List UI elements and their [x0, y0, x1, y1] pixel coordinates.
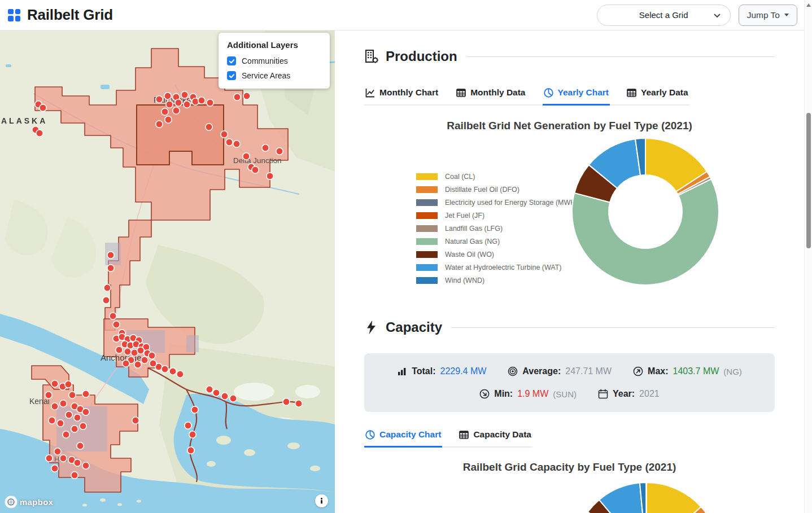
- community-dot[interactable]: [230, 395, 237, 402]
- community-dot[interactable]: [123, 360, 129, 367]
- community-dot[interactable]: [156, 121, 163, 128]
- community-dot[interactable]: [103, 297, 110, 304]
- community-dot[interactable]: [169, 368, 176, 375]
- community-dot[interactable]: [185, 422, 191, 429]
- community-dot[interactable]: [113, 321, 120, 328]
- community-dot[interactable]: [221, 131, 228, 138]
- community-dot[interactable]: [150, 360, 156, 367]
- legend-item-NG[interactable]: Natural Gas (NG): [416, 235, 575, 248]
- tab-monthly-data[interactable]: Monthly Data: [455, 85, 526, 106]
- community-dot[interactable]: [110, 313, 116, 319]
- community-dot[interactable]: [137, 347, 144, 354]
- community-dot[interactable]: [206, 124, 212, 130]
- community-dot[interactable]: [65, 381, 72, 388]
- community-dot[interactable]: [46, 455, 53, 462]
- tab-yearly-chart[interactable]: Yearly Chart: [543, 85, 610, 106]
- community-dot[interactable]: [252, 166, 259, 173]
- community-dot[interactable]: [243, 153, 250, 160]
- community-dot[interactable]: [234, 94, 241, 100]
- community-dot[interactable]: [40, 104, 46, 111]
- mapbox-attribution[interactable]: mapbox: [5, 496, 53, 508]
- community-dot[interactable]: [71, 472, 78, 479]
- checkbox-checked-icon[interactable]: [227, 56, 236, 65]
- community-dot[interactable]: [164, 93, 171, 99]
- community-dot[interactable]: [107, 265, 114, 271]
- community-dot[interactable]: [82, 409, 89, 415]
- community-dot[interactable]: [187, 447, 194, 454]
- community-dot[interactable]: [226, 139, 233, 146]
- community-dot[interactable]: [82, 391, 89, 397]
- community-dot[interactable]: [165, 116, 172, 123]
- legend-item-WAT[interactable]: Water at Hydroelectric Turbine (WAT): [416, 261, 575, 274]
- layer-toggle-communities[interactable]: Communities: [227, 56, 321, 65]
- community-dot[interactable]: [189, 431, 196, 438]
- legend-item-WO[interactable]: Waste Oil (WO): [416, 248, 575, 261]
- community-dot[interactable]: [207, 99, 213, 106]
- community-dot[interactable]: [51, 465, 58, 472]
- community-dot[interactable]: [161, 366, 168, 372]
- community-dot[interactable]: [104, 284, 111, 291]
- community-dot[interactable]: [124, 348, 131, 355]
- community-dot[interactable]: [60, 400, 67, 407]
- community-dot[interactable]: [60, 455, 67, 462]
- community-dot[interactable]: [181, 91, 188, 98]
- community-dot[interactable]: [77, 442, 84, 449]
- community-dot[interactable]: [243, 93, 250, 99]
- community-dot[interactable]: [206, 386, 213, 393]
- community-dot[interactable]: [80, 423, 86, 429]
- community-dot[interactable]: [107, 252, 114, 258]
- community-dot[interactable]: [267, 173, 273, 179]
- tab-yearly-data[interactable]: Yearly Data: [626, 85, 689, 106]
- community-dot[interactable]: [161, 108, 168, 115]
- community-dot[interactable]: [54, 448, 61, 455]
- community-dot[interactable]: [74, 414, 81, 421]
- community-dot[interactable]: [276, 148, 283, 155]
- legend-item-DFO[interactable]: Distillate Fuel Oil (DFO): [416, 183, 575, 196]
- community-dot[interactable]: [175, 99, 182, 106]
- community-dot[interactable]: [233, 141, 240, 147]
- community-dot[interactable]: [191, 406, 198, 413]
- community-dot[interactable]: [149, 352, 155, 359]
- community-dot[interactable]: [156, 96, 163, 103]
- community-dot[interactable]: [69, 392, 76, 398]
- map-info-button[interactable]: [315, 494, 328, 507]
- tab-capacity-data[interactable]: Capacity Data: [458, 427, 532, 448]
- community-dot[interactable]: [177, 371, 184, 378]
- community-dot[interactable]: [132, 417, 139, 424]
- community-dot[interactable]: [63, 431, 69, 438]
- scrollbar-thumb[interactable]: [806, 113, 811, 248]
- community-dot[interactable]: [213, 389, 220, 396]
- grid-select-dropdown[interactable]: Select a Grid: [597, 5, 731, 26]
- community-dot[interactable]: [134, 361, 141, 368]
- community-dot[interactable]: [45, 392, 52, 398]
- legend-item-MWH[interactable]: Electricity used for Energy Storage (MWH…: [416, 196, 575, 209]
- community-dot[interactable]: [283, 398, 290, 405]
- community-dot[interactable]: [198, 97, 205, 104]
- community-dot[interactable]: [49, 417, 55, 424]
- community-dot[interactable]: [166, 101, 173, 108]
- vertical-scrollbar[interactable]: [804, 0, 812, 513]
- community-dot[interactable]: [173, 107, 180, 114]
- community-dot[interactable]: [184, 101, 190, 108]
- community-dot[interactable]: [116, 347, 123, 353]
- community-dot[interactable]: [141, 357, 148, 363]
- checkbox-checked-icon[interactable]: [227, 71, 236, 80]
- community-dot[interactable]: [66, 411, 72, 418]
- tab-capacity-chart[interactable]: Capacity Chart: [364, 427, 442, 448]
- community-dot[interactable]: [82, 462, 89, 469]
- legend-item-JF[interactable]: Jet Fuel (JF): [416, 209, 575, 222]
- legend-item-CL[interactable]: Coal (CL): [416, 170, 575, 183]
- community-dot[interactable]: [36, 130, 43, 137]
- community-dot[interactable]: [295, 400, 302, 407]
- community-dot[interactable]: [51, 380, 58, 387]
- tab-monthly-chart[interactable]: Monthly Chart: [364, 85, 439, 106]
- community-dot[interactable]: [51, 403, 58, 410]
- community-dot[interactable]: [221, 393, 228, 400]
- community-dot[interactable]: [71, 426, 78, 432]
- map-canvas[interactable]: ALASKA Fairbanks Delta Junction Anchorag…: [0, 30, 335, 513]
- scroll-up-arrow-icon[interactable]: [806, 3, 811, 7]
- community-dot[interactable]: [74, 459, 81, 466]
- community-dot[interactable]: [262, 144, 269, 151]
- legend-item-WND[interactable]: Wind (WND): [416, 274, 575, 287]
- jump-to-button[interactable]: Jump To: [739, 5, 797, 26]
